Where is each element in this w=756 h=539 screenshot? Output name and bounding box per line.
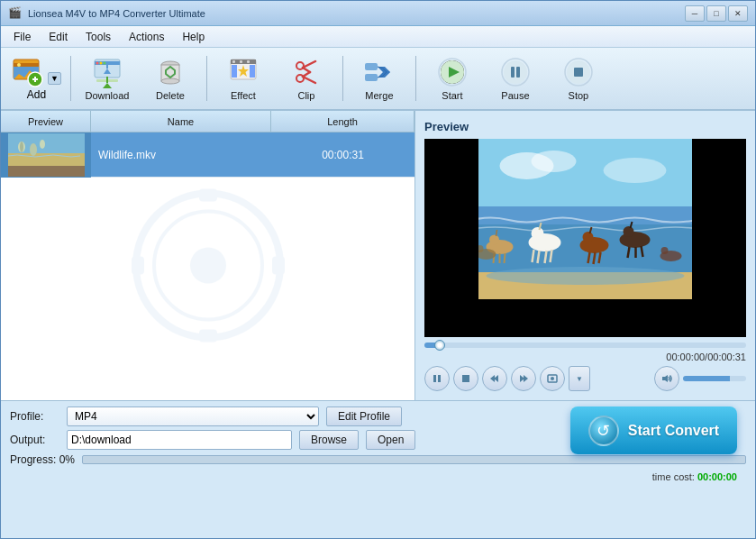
toolbar-separator-4 <box>415 56 416 101</box>
clip-icon <box>290 56 323 88</box>
seek-bar[interactable] <box>424 343 746 348</box>
output-input[interactable] <box>67 430 292 450</box>
svg-rect-24 <box>232 65 237 78</box>
start-label: Start <box>442 90 462 101</box>
time-cost-label: time cost: <box>652 471 695 482</box>
start-convert-label: Start Convert <box>628 423 719 439</box>
volume-bar[interactable] <box>683 376 746 381</box>
svg-line-34 <box>303 77 315 83</box>
pause-icon <box>499 56 532 88</box>
browse-button[interactable]: Browse <box>299 430 359 450</box>
svg-rect-46 <box>511 67 515 78</box>
preview-title: Preview <box>424 120 746 133</box>
download-button[interactable]: Download <box>77 51 138 105</box>
progress-label: Progress: 0% <box>10 453 75 466</box>
window-controls: ─ □ ✕ <box>685 5 748 22</box>
settings-dropdown-button[interactable]: ▼ <box>569 366 590 391</box>
time-cost-row: time cost: 00:00:00 <box>10 471 746 482</box>
title-text: Lionsea M4V to MP4 Converter Ultimate <box>28 8 685 19</box>
svg-rect-27 <box>232 60 235 63</box>
merge-icon <box>363 56 396 88</box>
delete-button[interactable]: Delete <box>140 51 201 105</box>
edit-profile-button[interactable]: Edit Profile <box>326 407 402 426</box>
svg-rect-54 <box>132 256 144 274</box>
menu-edit[interactable]: Edit <box>40 29 77 45</box>
svg-line-33 <box>303 61 315 68</box>
svg-rect-37 <box>365 63 378 70</box>
toolbar-separator-1 <box>70 56 71 101</box>
video-preview <box>424 139 746 337</box>
svg-rect-16 <box>106 77 108 83</box>
svg-rect-104 <box>462 375 469 382</box>
svg-rect-6 <box>34 77 36 82</box>
fast-forward-button[interactable] <box>511 366 536 391</box>
start-convert-button[interactable]: ↺ Start Convert <box>570 407 737 454</box>
screenshot-button[interactable] <box>540 366 565 391</box>
svg-point-74 <box>532 227 544 240</box>
open-button[interactable]: Open <box>366 430 415 450</box>
svg-rect-47 <box>516 67 520 78</box>
watermark <box>118 175 298 358</box>
add-button[interactable]: ▼ Add <box>8 51 65 105</box>
start-button[interactable]: Start <box>422 51 483 105</box>
volume-button[interactable] <box>654 366 679 391</box>
progress-row: Progress: 0% <box>10 453 746 466</box>
close-button[interactable]: ✕ <box>728 5 748 22</box>
content-row: Preview Name Length <box>1 111 755 400</box>
file-thumbnail <box>8 133 85 177</box>
add-icon <box>12 56 44 88</box>
svg-line-95 <box>505 253 506 263</box>
svg-rect-38 <box>365 74 378 81</box>
file-row[interactable]: Wildlife.mkv 00:00:31 <box>1 132 414 178</box>
file-preview-cell <box>1 132 91 178</box>
effect-button[interactable]: Effect <box>213 51 274 105</box>
file-panel: Preview Name Length <box>1 111 415 400</box>
file-length: 00:00:31 <box>271 149 414 161</box>
svg-rect-29 <box>247 60 250 63</box>
stop-button[interactable]: Stop <box>548 51 609 105</box>
stop-playback-button[interactable] <box>453 366 478 391</box>
menu-help[interactable]: Help <box>173 29 214 45</box>
menu-file[interactable]: File <box>5 29 40 45</box>
file-list-header: Preview Name Length <box>1 111 414 132</box>
merge-button[interactable]: Merge <box>349 51 410 105</box>
app-icon: 🎬 <box>8 6 23 21</box>
col-header-preview: Preview <box>1 111 91 132</box>
seek-bar-container <box>424 341 746 350</box>
pause-button[interactable]: Pause <box>485 51 546 105</box>
time-cost-value: 00:00:00 <box>697 471 737 482</box>
svg-point-51 <box>136 193 280 337</box>
svg-marker-108 <box>524 375 528 382</box>
svg-rect-55 <box>272 256 285 274</box>
toolbar-separator-2 <box>206 56 207 101</box>
svg-point-93 <box>489 235 499 245</box>
menu-actions[interactable]: Actions <box>120 29 173 45</box>
delete-label: Delete <box>156 90 185 101</box>
svg-point-63 <box>30 143 37 156</box>
col-header-length: Length <box>271 111 414 132</box>
svg-point-11 <box>103 62 105 65</box>
toolbar-separator-3 <box>342 56 343 101</box>
svg-line-35 <box>303 68 310 72</box>
profile-select[interactable]: MP4 MKV AVI <box>67 407 319 426</box>
convert-icon: ↺ <box>588 416 619 446</box>
svg-rect-28 <box>240 60 242 63</box>
maximize-button[interactable]: □ <box>706 5 726 22</box>
clip-button[interactable]: Clip <box>276 51 337 105</box>
title-bar: 🎬 Lionsea M4V to MP4 Converter Ultimate … <box>1 1 755 26</box>
play-pause-button[interactable] <box>424 366 450 391</box>
stop-label: Stop <box>569 90 589 101</box>
volume-slider <box>654 366 746 391</box>
minimize-button[interactable]: ─ <box>685 5 705 22</box>
svg-marker-111 <box>662 375 668 382</box>
main-area: Preview Name Length <box>1 111 755 490</box>
seek-handle[interactable] <box>434 340 445 351</box>
add-label: Add <box>27 88 46 101</box>
toolbar: ▼ Add Download <box>1 48 755 111</box>
preview-panel: Preview <box>415 111 755 400</box>
effect-icon <box>227 56 260 88</box>
svg-rect-56 <box>199 188 217 201</box>
menu-tools[interactable]: Tools <box>77 29 120 45</box>
rewind-button[interactable] <box>482 366 507 391</box>
svg-point-87 <box>624 226 634 237</box>
